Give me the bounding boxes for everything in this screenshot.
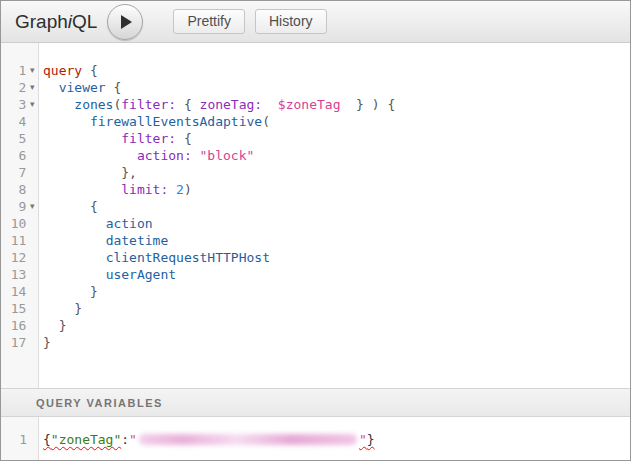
code-token: viewer bbox=[59, 80, 106, 95]
code-token: 2 bbox=[176, 182, 184, 197]
fold-arrow-icon[interactable]: ▾ bbox=[26, 62, 38, 79]
code-line[interactable]: limit: 2) bbox=[43, 181, 630, 198]
code-line[interactable]: }, bbox=[43, 164, 630, 181]
code-token bbox=[43, 182, 121, 197]
line-number: 9 bbox=[1, 198, 26, 215]
code-line[interactable]: } bbox=[43, 317, 630, 334]
history-button[interactable]: History bbox=[255, 9, 327, 34]
variables-code[interactable]: {"zoneTag":""} bbox=[39, 417, 630, 460]
code-token: ( bbox=[262, 114, 270, 129]
code-token: { bbox=[106, 80, 122, 95]
line-number: 4 bbox=[1, 113, 26, 130]
code-token: limit: bbox=[121, 182, 168, 197]
code-token bbox=[43, 97, 74, 112]
line-number: 8 bbox=[1, 181, 26, 198]
lint-underlined-group: {"zoneTag" bbox=[43, 432, 121, 447]
code-line[interactable]: userAgent bbox=[43, 266, 630, 283]
code-token: } bbox=[74, 301, 82, 316]
code-token: { bbox=[82, 63, 98, 78]
query-code[interactable]: query { viewer { zones(filter: { zoneTag… bbox=[39, 43, 630, 388]
code-line[interactable]: { bbox=[43, 198, 630, 215]
code-token: } ) { bbox=[340, 97, 395, 112]
code-token bbox=[168, 182, 176, 197]
redacted-zone-tag-value bbox=[139, 434, 357, 445]
prettify-button[interactable]: Prettify bbox=[173, 9, 245, 34]
fold-arrow-icon[interactable]: ▾ bbox=[26, 79, 38, 96]
code-line[interactable]: filter: { bbox=[43, 130, 630, 147]
code-token: ) bbox=[184, 182, 192, 197]
graphiql-window: GraphiQL Prettify History 1▾2▾3▾456789▾1… bbox=[0, 0, 631, 461]
code-line[interactable]: action bbox=[43, 215, 630, 232]
line-number: 17 bbox=[1, 334, 26, 351]
code-line[interactable]: firewallEventsAdaptive( bbox=[43, 113, 630, 130]
code-token: zones bbox=[74, 97, 113, 112]
line-number: 11 bbox=[1, 232, 26, 249]
json-open-brace: { bbox=[43, 432, 51, 447]
code-token bbox=[262, 97, 278, 112]
code-token: action bbox=[106, 216, 153, 231]
json-value-close-quote: " bbox=[359, 432, 367, 447]
app-logo: GraphiQL bbox=[15, 11, 97, 33]
json-colon: : bbox=[121, 432, 129, 447]
code-line[interactable]: } bbox=[43, 283, 630, 300]
code-line[interactable]: zones(filter: { zoneTag: $zoneTag } ) { bbox=[43, 96, 630, 113]
fold-arrow-icon[interactable]: ▾ bbox=[26, 96, 38, 113]
line-number: 5 bbox=[1, 130, 26, 147]
lint-underlined-group: "} bbox=[359, 432, 375, 447]
code-line[interactable]: clientRequestHTTPHost bbox=[43, 249, 630, 266]
variables-editor[interactable]: 1 {"zoneTag":""} bbox=[1, 417, 630, 460]
code-token: { bbox=[90, 199, 98, 214]
toolbar: GraphiQL Prettify History bbox=[1, 1, 630, 43]
code-token bbox=[43, 148, 137, 163]
code-line[interactable]: datetime bbox=[43, 232, 630, 249]
line-number: 6 bbox=[1, 147, 26, 164]
code-token bbox=[43, 216, 106, 231]
code-token: } bbox=[59, 318, 67, 333]
line-number: 10 bbox=[1, 215, 26, 232]
json-value-open-quote: " bbox=[129, 432, 137, 447]
line-number: 1 bbox=[1, 62, 26, 79]
line-number: 12 bbox=[1, 249, 26, 266]
query-variables-title-bar[interactable]: QUERY VARIABLES bbox=[1, 388, 630, 417]
code-token bbox=[43, 199, 90, 214]
code-token: } bbox=[90, 284, 98, 299]
code-token: datetime bbox=[106, 233, 169, 248]
code-token: firewallEventsAdaptive bbox=[90, 114, 262, 129]
code-line[interactable]: action: "block" bbox=[43, 147, 630, 164]
code-line[interactable]: query { bbox=[43, 62, 630, 79]
code-token bbox=[43, 233, 106, 248]
code-token bbox=[43, 284, 90, 299]
code-token bbox=[43, 131, 121, 146]
code-token: action: bbox=[137, 148, 192, 163]
line-number: 3 bbox=[1, 96, 26, 113]
line-number: 13 bbox=[1, 266, 26, 283]
logo-text: Graph bbox=[15, 11, 68, 32]
code-token bbox=[192, 148, 200, 163]
code-token: filter: bbox=[121, 131, 176, 146]
line-number: 14 bbox=[1, 283, 26, 300]
play-icon bbox=[121, 15, 132, 29]
execute-query-button[interactable] bbox=[107, 4, 143, 40]
code-token bbox=[43, 318, 59, 333]
code-token: query bbox=[43, 63, 82, 78]
query-editor[interactable]: 1▾2▾3▾456789▾1011121314151617 query { vi… bbox=[1, 43, 630, 388]
query-gutter: 1▾2▾3▾456789▾1011121314151617 bbox=[1, 43, 39, 388]
code-token: $zoneTag bbox=[278, 97, 341, 112]
code-token bbox=[43, 250, 106, 265]
json-close-brace: } bbox=[367, 432, 375, 447]
query-variables-label: QUERY VARIABLES bbox=[36, 397, 163, 409]
code-line[interactable]: } bbox=[43, 300, 630, 317]
code-token: { bbox=[176, 131, 192, 146]
line-number: 7 bbox=[1, 164, 26, 181]
fold-arrow-icon[interactable]: ▾ bbox=[26, 198, 38, 215]
code-token: { bbox=[176, 97, 199, 112]
code-line[interactable]: } bbox=[43, 334, 630, 351]
line-number: 16 bbox=[1, 317, 26, 334]
code-token: } bbox=[43, 335, 51, 350]
code-token bbox=[43, 80, 59, 95]
code-token: "block" bbox=[200, 148, 255, 163]
json-key-zonetag: "zoneTag" bbox=[51, 432, 121, 447]
line-number: 1 bbox=[1, 431, 27, 448]
code-line[interactable]: viewer { bbox=[43, 79, 630, 96]
code-token bbox=[43, 267, 106, 282]
